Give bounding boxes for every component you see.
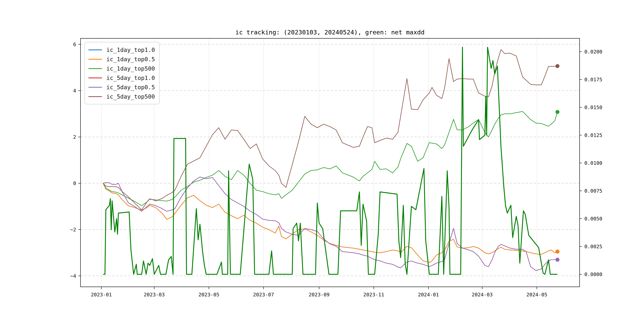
x-tick-label: 2023-05	[198, 292, 219, 298]
x-tick-label: 2023-07	[253, 292, 274, 298]
x-tick-label: 2024-01	[418, 292, 439, 298]
legend-swatch	[88, 59, 102, 60]
left-tick-label: 4	[73, 88, 76, 94]
legend-item-ic_5day_top500: ic_5day_top500	[88, 92, 155, 101]
right-tick-label: 0.0025	[584, 244, 602, 250]
left-tick-label: 6	[73, 42, 76, 47]
legend-label: ic_5day_top1.0	[106, 74, 155, 81]
left-tick-label: 2	[73, 134, 76, 140]
right-tick-label: 0.0125	[584, 132, 602, 138]
right-tick-label: 0.0100	[584, 160, 602, 166]
legend-item-ic_1day_top1.0: ic_1day_top1.0	[88, 45, 155, 54]
legend-label: ic_5day_top500	[106, 93, 155, 100]
right-tick-label: 0.0075	[584, 188, 602, 194]
legend-item-ic_5day_top1.0: ic_5day_top1.0	[88, 73, 155, 82]
legend-item-ic_5day_top0.5: ic_5day_top0.5	[88, 82, 155, 92]
legend-swatch	[88, 68, 102, 69]
x-tick-label: 2023-09	[309, 292, 330, 298]
right-tick-label: 0.0050	[584, 216, 602, 222]
left-tick-label: 0	[73, 180, 76, 186]
legend-swatch	[88, 96, 102, 97]
legend-item-ic_1day_top0.5: ic_1day_top0.5	[88, 54, 155, 64]
right-tick-label: 0.0200	[584, 49, 602, 55]
right-tick-label: 0.0175	[584, 77, 602, 82]
legend-swatch	[88, 78, 102, 78]
right-tick-label: 0.0150	[584, 104, 602, 110]
legend-swatch	[88, 50, 102, 50]
legend-swatch	[88, 87, 102, 88]
legend-label: ic_5day_top0.5	[106, 84, 155, 91]
legend: ic_1day_top1.0ic_1day_top0.5ic_1day_top5…	[84, 42, 160, 104]
end-marker-ic_5day_top0.5	[556, 258, 560, 262]
end-marker-ic_1day_top500	[556, 110, 560, 114]
x-tick-label: 2023-03	[144, 292, 164, 298]
x-tick-label: 2023-01	[91, 292, 112, 298]
end-marker-ic_1day_top0.5	[556, 250, 560, 254]
legend-label: ic_1day_top500	[106, 65, 155, 72]
right-tick-label: 0.0000	[584, 272, 602, 277]
end-marker-ic_5day_top500	[556, 64, 560, 68]
left-tick-label: −4	[70, 273, 76, 279]
x-tick-label: 2024-05	[526, 292, 547, 298]
left-tick-label: −2	[70, 227, 76, 232]
chart-title: ic tracking: (20230103, 20240524), green…	[235, 28, 424, 36]
x-tick-label: 2024-03	[472, 292, 492, 298]
legend-label: ic_1day_top1.0	[106, 46, 155, 53]
legend-item-ic_1day_top500: ic_1day_top500	[88, 64, 155, 73]
legend-label: ic_1day_top0.5	[106, 56, 155, 62]
x-tick-label: 2023-11	[363, 292, 384, 298]
